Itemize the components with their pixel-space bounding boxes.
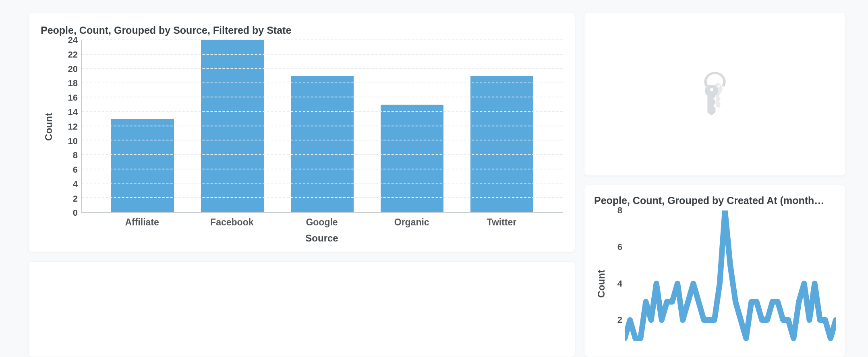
y-tick-label: 8 — [73, 150, 78, 161]
left-column: People, Count, Grouped by Source, Filter… — [28, 12, 575, 357]
bar[interactable] — [111, 119, 174, 213]
card-stub-lower-left[interactable] — [28, 261, 575, 357]
gridline — [82, 68, 563, 69]
y-tick-label: 18 — [68, 78, 78, 89]
y-axis-label: Count — [596, 270, 607, 297]
gridline — [82, 39, 563, 40]
y-tick-label: 2 — [617, 315, 622, 325]
line-series[interactable] — [625, 210, 836, 338]
x-tick-label: Facebook — [187, 217, 277, 228]
y-tick-label: 4 — [617, 279, 622, 289]
y-tick-label: 2 — [73, 194, 78, 204]
x-axis-label: Source — [305, 233, 338, 244]
card-locked[interactable] — [584, 12, 846, 176]
y-tick-label: 24 — [68, 35, 78, 45]
y-tick-label: 0 — [73, 208, 78, 218]
right-column: People, Count, Grouped by Created At (mo… — [584, 12, 846, 357]
bar-slot — [188, 40, 278, 212]
gridline — [82, 54, 563, 55]
y-tick-label: 22 — [68, 50, 78, 60]
y-axis-ticks: 024681012141618202224 — [57, 40, 81, 213]
bar[interactable] — [201, 40, 264, 212]
gridline — [82, 97, 563, 97]
bar-chart: Count 024681012141618202224 AffiliateFac… — [41, 40, 563, 244]
chart-title: People, Count, Grouped by Created At (mo… — [594, 195, 836, 206]
y-tick-label: 12 — [68, 122, 78, 132]
y-tick-label: 8 — [617, 205, 622, 216]
y-axis-ticks: 2468 — [609, 210, 625, 357]
chart-title: People, Count, Grouped by Source, Filter… — [41, 25, 563, 36]
gridline — [82, 154, 563, 155]
gridline — [82, 111, 563, 112]
y-axis-label: Count — [43, 113, 54, 140]
line-plot-area — [625, 210, 836, 357]
bar-plot-area — [81, 40, 563, 213]
bar-slot — [457, 40, 547, 212]
y-tick-label: 6 — [73, 165, 78, 175]
bar-slot — [278, 40, 367, 212]
gridline — [82, 169, 563, 169]
y-tick-label: 14 — [68, 107, 78, 118]
bar-slot — [98, 40, 188, 212]
bar-slot — [367, 40, 457, 212]
gridline — [82, 83, 563, 83]
dashboard-canvas: People, Count, Grouped by Source, Filter… — [0, 0, 868, 357]
y-tick-label: 10 — [68, 136, 78, 147]
bar[interactable] — [381, 105, 443, 212]
y-tick-label: 20 — [68, 64, 78, 74]
y-tick-label: 6 — [617, 242, 622, 252]
gridline — [82, 183, 563, 184]
x-tick-label: Google — [277, 217, 367, 228]
x-tick-label: Twitter — [457, 217, 547, 228]
keys-icon — [698, 71, 732, 118]
y-tick-label: 4 — [73, 179, 78, 190]
x-tick-label: Affiliate — [97, 217, 187, 228]
x-axis-ticks: AffiliateFacebookGoogleOrganicTwitter — [81, 217, 563, 228]
gridline — [82, 126, 563, 126]
y-tick-label: 16 — [68, 93, 78, 103]
x-tick-label: Organic — [367, 217, 457, 228]
gridline — [82, 197, 563, 198]
gridline — [82, 140, 563, 140]
card-people-by-created-at[interactable]: People, Count, Grouped by Created At (mo… — [584, 185, 846, 357]
card-people-by-source[interactable]: People, Count, Grouped by Source, Filter… — [28, 12, 575, 252]
line-chart: Count 2468 — [594, 210, 836, 357]
